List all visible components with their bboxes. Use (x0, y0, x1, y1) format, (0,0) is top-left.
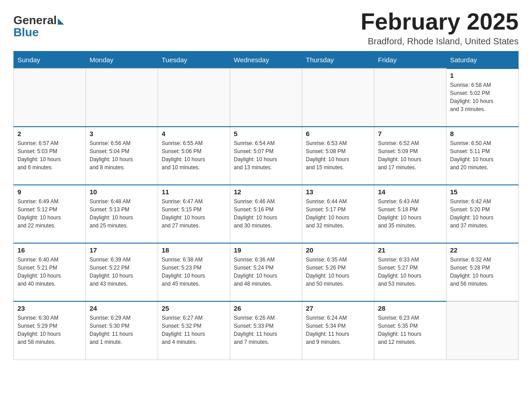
day-info: Sunrise: 6:26 AMSunset: 5:33 PMDaylight:… (234, 314, 298, 346)
day-number: 18 (162, 246, 226, 254)
day-info: Sunrise: 6:36 AMSunset: 5:24 PMDaylight:… (234, 256, 298, 288)
month-title: February 2025 (360, 9, 519, 34)
day-number: 14 (378, 188, 442, 196)
day-info: Sunrise: 6:23 AMSunset: 5:35 PMDaylight:… (378, 314, 442, 346)
calendar-cell: 14Sunrise: 6:43 AMSunset: 5:18 PMDayligh… (374, 185, 446, 243)
calendar-cell: 3Sunrise: 6:56 AMSunset: 5:04 PMDaylight… (86, 127, 158, 185)
page-header: General Blue February 2025 Bradford, Rho… (13, 9, 519, 47)
day-number: 21 (378, 246, 442, 254)
calendar-cell: 12Sunrise: 6:46 AMSunset: 5:16 PMDayligh… (230, 185, 302, 243)
calendar-cell: 10Sunrise: 6:48 AMSunset: 5:13 PMDayligh… (86, 185, 158, 243)
logo-arrow-icon (58, 18, 64, 25)
calendar-cell (374, 68, 446, 127)
calendar-week-row: 1Sunrise: 6:58 AMSunset: 5:02 PMDaylight… (14, 68, 519, 127)
day-info: Sunrise: 6:47 AMSunset: 5:15 PMDaylight:… (162, 197, 226, 230)
day-info: Sunrise: 6:48 AMSunset: 5:13 PMDaylight:… (90, 197, 154, 230)
day-info: Sunrise: 6:29 AMSunset: 5:30 PMDaylight:… (90, 314, 154, 346)
logo-blue-text: Blue (13, 26, 39, 39)
day-number: 28 (378, 304, 442, 312)
day-number: 22 (450, 246, 515, 254)
day-number: 15 (450, 188, 515, 196)
day-number: 19 (234, 246, 298, 254)
day-info: Sunrise: 6:42 AMSunset: 5:20 PMDaylight:… (450, 197, 515, 230)
calendar-cell: 9Sunrise: 6:49 AMSunset: 5:12 PMDaylight… (14, 185, 86, 243)
calendar-cell (14, 68, 86, 127)
logo: General Blue (13, 13, 64, 39)
calendar-cell: 4Sunrise: 6:55 AMSunset: 5:06 PMDaylight… (158, 127, 230, 185)
calendar-cell: 5Sunrise: 6:54 AMSunset: 5:07 PMDaylight… (230, 127, 302, 185)
calendar-cell: 28Sunrise: 6:23 AMSunset: 5:35 PMDayligh… (374, 301, 446, 360)
weekday-header-wednesday: Wednesday (230, 51, 302, 69)
day-number: 10 (90, 188, 154, 196)
day-number: 20 (306, 246, 370, 254)
day-info: Sunrise: 6:24 AMSunset: 5:34 PMDaylight:… (306, 314, 370, 346)
calendar-cell (158, 68, 230, 127)
day-number: 3 (90, 130, 154, 137)
calendar-week-row: 9Sunrise: 6:49 AMSunset: 5:12 PMDaylight… (14, 185, 519, 243)
day-info: Sunrise: 6:32 AMSunset: 5:28 PMDaylight:… (450, 256, 515, 288)
weekday-header-friday: Friday (374, 51, 446, 69)
day-info: Sunrise: 6:58 AMSunset: 5:02 PMDaylight:… (450, 81, 515, 113)
weekday-header-thursday: Thursday (302, 51, 374, 69)
day-info: Sunrise: 6:54 AMSunset: 5:07 PMDaylight:… (234, 139, 298, 171)
calendar-cell: 8Sunrise: 6:50 AMSunset: 5:11 PMDaylight… (446, 127, 519, 185)
weekday-header-monday: Monday (86, 51, 158, 69)
day-info: Sunrise: 6:57 AMSunset: 5:03 PMDaylight:… (17, 139, 82, 171)
calendar-cell (230, 68, 302, 127)
calendar-cell: 6Sunrise: 6:53 AMSunset: 5:08 PMDaylight… (302, 127, 374, 185)
day-info: Sunrise: 6:33 AMSunset: 5:27 PMDaylight:… (378, 256, 442, 288)
calendar-cell: 27Sunrise: 6:24 AMSunset: 5:34 PMDayligh… (302, 301, 374, 360)
day-info: Sunrise: 6:46 AMSunset: 5:16 PMDaylight:… (234, 197, 298, 230)
calendar-cell: 11Sunrise: 6:47 AMSunset: 5:15 PMDayligh… (158, 185, 230, 243)
calendar-cell: 1Sunrise: 6:58 AMSunset: 5:02 PMDaylight… (446, 68, 519, 127)
day-info: Sunrise: 6:53 AMSunset: 5:08 PMDaylight:… (306, 139, 370, 171)
calendar-header-row: SundayMondayTuesdayWednesdayThursdayFrid… (14, 51, 519, 69)
day-number: 1 (450, 72, 515, 79)
day-info: Sunrise: 6:52 AMSunset: 5:09 PMDaylight:… (378, 139, 442, 171)
title-section: February 2025 Bradford, Rhode Island, Un… (360, 9, 519, 47)
calendar-cell (302, 68, 374, 127)
calendar-cell: 17Sunrise: 6:39 AMSunset: 5:22 PMDayligh… (86, 243, 158, 301)
calendar-cell: 24Sunrise: 6:29 AMSunset: 5:30 PMDayligh… (86, 301, 158, 360)
day-number: 24 (90, 304, 154, 312)
calendar-cell: 15Sunrise: 6:42 AMSunset: 5:20 PMDayligh… (446, 185, 519, 243)
location-subtitle: Bradford, Rhode Island, United States (360, 36, 519, 47)
day-info: Sunrise: 6:38 AMSunset: 5:23 PMDaylight:… (162, 256, 226, 288)
day-info: Sunrise: 6:56 AMSunset: 5:04 PMDaylight:… (90, 139, 154, 171)
calendar-cell: 26Sunrise: 6:26 AMSunset: 5:33 PMDayligh… (230, 301, 302, 360)
calendar-cell: 21Sunrise: 6:33 AMSunset: 5:27 PMDayligh… (374, 243, 446, 301)
calendar-cell (446, 301, 519, 360)
day-number: 11 (162, 188, 226, 196)
day-info: Sunrise: 6:43 AMSunset: 5:18 PMDaylight:… (378, 197, 442, 230)
day-info: Sunrise: 6:40 AMSunset: 5:21 PMDaylight:… (17, 256, 82, 288)
day-number: 26 (234, 304, 298, 312)
calendar-cell: 22Sunrise: 6:32 AMSunset: 5:28 PMDayligh… (446, 243, 519, 301)
day-info: Sunrise: 6:50 AMSunset: 5:11 PMDaylight:… (450, 139, 515, 171)
calendar-table: SundayMondayTuesdayWednesdayThursdayFrid… (13, 51, 519, 360)
day-number: 5 (234, 130, 298, 137)
calendar-cell: 25Sunrise: 6:27 AMSunset: 5:32 PMDayligh… (158, 301, 230, 360)
day-info: Sunrise: 6:44 AMSunset: 5:17 PMDaylight:… (306, 197, 370, 230)
day-number: 17 (90, 246, 154, 254)
day-info: Sunrise: 6:35 AMSunset: 5:26 PMDaylight:… (306, 256, 370, 288)
day-number: 7 (378, 130, 442, 137)
calendar-cell: 7Sunrise: 6:52 AMSunset: 5:09 PMDaylight… (374, 127, 446, 185)
day-number: 6 (306, 130, 370, 137)
day-number: 2 (17, 130, 82, 137)
calendar-cell (86, 68, 158, 127)
day-info: Sunrise: 6:27 AMSunset: 5:32 PMDaylight:… (162, 314, 226, 346)
calendar-cell: 18Sunrise: 6:38 AMSunset: 5:23 PMDayligh… (158, 243, 230, 301)
day-info: Sunrise: 6:49 AMSunset: 5:12 PMDaylight:… (17, 197, 82, 230)
weekday-header-tuesday: Tuesday (158, 51, 230, 69)
calendar-cell: 2Sunrise: 6:57 AMSunset: 5:03 PMDaylight… (14, 127, 86, 185)
weekday-header-sunday: Sunday (14, 51, 86, 69)
day-info: Sunrise: 6:55 AMSunset: 5:06 PMDaylight:… (162, 139, 226, 171)
day-number: 13 (306, 188, 370, 196)
calendar-week-row: 2Sunrise: 6:57 AMSunset: 5:03 PMDaylight… (14, 127, 519, 185)
day-number: 4 (162, 130, 226, 137)
calendar-cell: 13Sunrise: 6:44 AMSunset: 5:17 PMDayligh… (302, 185, 374, 243)
day-number: 23 (17, 304, 82, 312)
calendar-cell: 16Sunrise: 6:40 AMSunset: 5:21 PMDayligh… (14, 243, 86, 301)
calendar-week-row: 16Sunrise: 6:40 AMSunset: 5:21 PMDayligh… (14, 243, 519, 301)
day-info: Sunrise: 6:30 AMSunset: 5:29 PMDaylight:… (17, 314, 82, 346)
